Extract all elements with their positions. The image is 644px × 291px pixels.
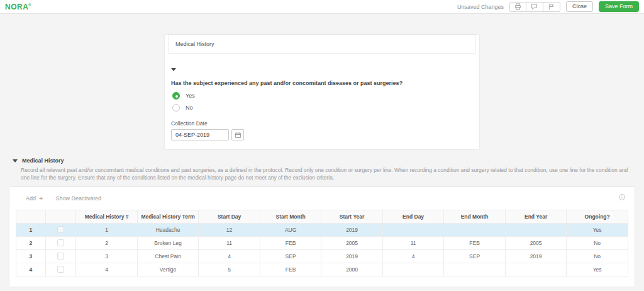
cell-end-month[interactable]: SEP	[444, 249, 506, 263]
cell-end-day[interactable]	[382, 263, 444, 276]
comment-bubble-icon	[531, 3, 538, 10]
row-number-column-header	[16, 210, 46, 223]
table-header-row: Medical History # Medical History Term S…	[16, 210, 628, 223]
unsaved-changes-status: Unsaved Changes	[457, 4, 504, 10]
row-number: 2	[16, 236, 46, 249]
calendar-icon	[235, 132, 242, 139]
cell-ongoing[interactable]: No	[567, 249, 628, 263]
column-header: Start Year	[321, 210, 383, 223]
cell-start-month[interactable]: FEB	[260, 236, 321, 249]
cell-start-month[interactable]: AUG	[260, 223, 321, 236]
table-row[interactable]: 2 2 Broken Leg 11 FEB 2005 11 FEB 2005 N…	[16, 236, 628, 249]
cell-start-month[interactable]: SEP	[260, 249, 321, 263]
close-button[interactable]: Close	[566, 1, 593, 12]
cell-end-year[interactable]	[505, 263, 567, 276]
comments-button[interactable]	[526, 2, 543, 12]
flag-icon	[548, 3, 555, 10]
radio-no-label: No	[186, 105, 193, 111]
column-header: End Year	[505, 210, 567, 223]
cell-start-day[interactable]: 4	[199, 249, 260, 263]
cell-medical-history-number[interactable]: 4	[76, 263, 138, 276]
cell-end-month[interactable]	[444, 223, 506, 236]
cell-start-year[interactable]: 2019	[321, 223, 383, 236]
cell-medical-history-term[interactable]: Chest Pain	[137, 249, 199, 263]
chevron-down-icon	[171, 68, 176, 71]
table-row[interactable]: 4 4 Vertigo 5 FEB 2000 Yes	[16, 263, 628, 276]
chevron-down-icon	[13, 159, 18, 163]
row-number: 4	[16, 263, 46, 276]
cell-end-day[interactable]: 11	[382, 236, 444, 249]
cell-start-year[interactable]: 2000	[321, 263, 383, 276]
flag-button[interactable]	[543, 2, 560, 12]
add-label: Add	[26, 195, 36, 202]
cell-ongoing[interactable]: Yes	[567, 263, 628, 276]
row-checkbox[interactable]	[57, 226, 64, 233]
cell-end-month[interactable]	[444, 263, 506, 276]
form-collapse-toggle[interactable]	[165, 57, 479, 77]
show-deactivated-toggle[interactable]: Show Deactivated	[55, 195, 101, 202]
section-title: Medical History	[22, 157, 64, 164]
column-header: Start Day	[199, 210, 260, 223]
registered-mark: ®	[28, 3, 31, 7]
header-icon-button-group	[509, 2, 560, 12]
cell-start-year[interactable]: 2005	[321, 236, 383, 249]
plus-icon: +	[39, 195, 43, 202]
cell-ongoing[interactable]: No	[567, 236, 628, 249]
column-header: End Day	[382, 210, 444, 223]
cell-start-day[interactable]: 12	[199, 223, 260, 236]
column-header: End Month	[444, 210, 506, 223]
row-checkbox[interactable]	[57, 253, 64, 260]
row-checkbox[interactable]	[57, 266, 64, 273]
table-row[interactable]: 3 3 Chest Pain 4 SEP 2019 4 SEP 2019 No	[16, 249, 628, 263]
radio-option-yes[interactable]: Yes	[165, 88, 479, 100]
table-info-button[interactable]	[618, 193, 626, 201]
medical-history-form-card: Medical History Has the subject experien…	[165, 35, 479, 149]
column-header: Medical History Term	[137, 210, 199, 223]
cell-medical-history-term[interactable]: Broken Leg	[137, 236, 199, 249]
cell-ongoing[interactable]: Yes	[567, 223, 628, 236]
info-circle-icon	[618, 193, 626, 201]
cell-medical-history-term[interactable]: Vertigo	[137, 263, 199, 276]
section-collapse-toggle[interactable]: Medical History	[13, 157, 633, 164]
cell-medical-history-number[interactable]: 1	[76, 223, 138, 236]
cell-start-day[interactable]: 5	[199, 263, 260, 276]
question-label: Has the subject experienced any past and…	[165, 77, 479, 88]
row-checkbox[interactable]	[57, 239, 64, 246]
cell-end-day[interactable]	[382, 223, 444, 236]
radio-selected-icon[interactable]	[172, 92, 180, 100]
row-number: 1	[16, 223, 46, 236]
save-form-button[interactable]: Save Form	[599, 1, 639, 12]
form-title: Medical History	[169, 35, 475, 54]
cell-medical-history-number[interactable]: 3	[76, 249, 138, 263]
cell-end-month[interactable]: FEB	[444, 236, 506, 249]
section-description: Record all relevant past and/or concomit…	[21, 166, 633, 182]
collection-date-input[interactable]	[171, 129, 229, 140]
app-logo: NORA®	[5, 3, 31, 11]
top-header-bar: NORA® Unsaved Changes	[0, 0, 644, 14]
column-header: Medical History #	[76, 210, 138, 223]
medical-history-section: Medical History Record all relevant past…	[13, 157, 644, 182]
cell-start-month[interactable]: FEB	[260, 263, 321, 276]
medical-history-table: Medical History # Medical History Term S…	[16, 210, 628, 277]
cell-medical-history-term[interactable]: Headache	[137, 223, 199, 236]
add-row-button[interactable]: Add +	[26, 195, 43, 202]
radio-yes-label: Yes	[186, 93, 195, 99]
cell-start-year[interactable]: 2019	[321, 249, 383, 263]
printer-icon	[514, 3, 521, 10]
row-number: 3	[16, 249, 46, 263]
cell-end-year[interactable]: 2019	[505, 249, 567, 263]
cell-start-day[interactable]: 11	[199, 236, 260, 249]
cell-end-year[interactable]	[505, 223, 567, 236]
table-row[interactable]: 1 1 Headache 12 AUG 2019 Yes	[16, 223, 628, 236]
cell-end-year[interactable]: 2005	[505, 236, 567, 249]
cell-end-day[interactable]: 4	[382, 249, 444, 263]
print-button[interactable]	[509, 2, 526, 12]
cell-medical-history-number[interactable]: 2	[76, 236, 138, 249]
radio-unselected-icon[interactable]	[172, 104, 180, 111]
medical-history-table-card: Add + Show Deactivated Medical History #…	[9, 187, 635, 287]
row-select-column-header	[45, 210, 76, 223]
calendar-picker-button[interactable]	[231, 129, 244, 140]
collection-date-label: Collection Date	[165, 111, 479, 129]
radio-option-no[interactable]: No	[165, 100, 479, 111]
column-header: Ongoing?	[567, 210, 628, 223]
